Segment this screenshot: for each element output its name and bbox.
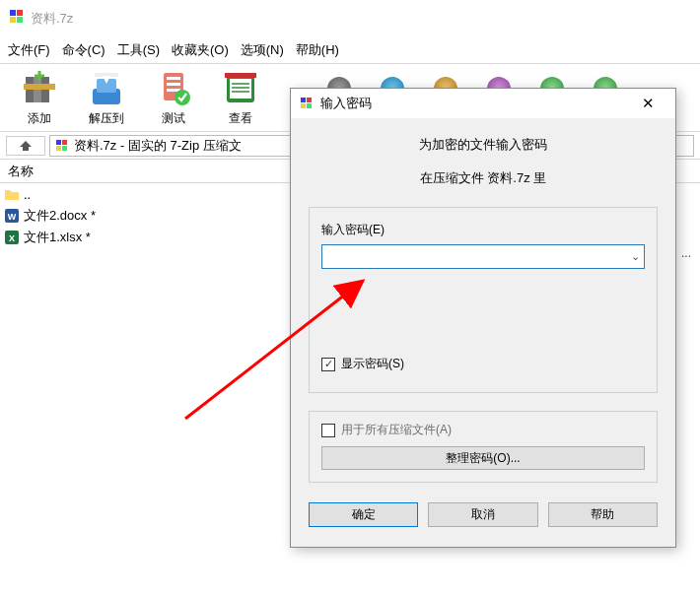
show-password-label: 显示密码(S) bbox=[341, 356, 404, 372]
svg-rect-1 bbox=[17, 10, 23, 16]
svg-rect-33 bbox=[307, 98, 312, 102]
toolbar-view-label: 查看 bbox=[229, 110, 252, 127]
svg-rect-26 bbox=[56, 146, 61, 151]
svg-rect-35 bbox=[307, 103, 312, 108]
password-dialog: 输入密码 ✕ 为加密的文件输入密码 在压缩文件 资料.7z 里 输入密码(E) … bbox=[290, 88, 676, 548]
up-button[interactable] bbox=[6, 136, 45, 156]
help-button[interactable]: 帮助 bbox=[548, 502, 658, 527]
dialog-message-1: 为加密的文件输入密码 bbox=[309, 136, 658, 154]
menu-help[interactable]: 帮助(H) bbox=[296, 41, 339, 59]
manage-passwords-button[interactable]: 整理密码(O)... bbox=[321, 446, 645, 470]
archive-icon bbox=[299, 96, 315, 111]
menu-file[interactable]: 文件(F) bbox=[8, 41, 50, 59]
dialog-close-button[interactable]: ✕ bbox=[628, 90, 667, 117]
show-password-checkbox[interactable]: 显示密码(S) bbox=[321, 356, 645, 372]
toolbar-test-label: 测试 bbox=[162, 110, 185, 127]
toolbar-extract-label: 解压到 bbox=[89, 110, 124, 127]
toolbar-view[interactable]: 查看 bbox=[221, 69, 260, 127]
folder-icon bbox=[4, 186, 20, 202]
list-item-name: 文件1.xlsx * bbox=[24, 229, 91, 246]
menu-options[interactable]: 选项(N) bbox=[241, 41, 284, 59]
list-item-name: 文件2.docx * bbox=[24, 207, 96, 225]
dialog-titlebar: 输入密码 ✕ bbox=[291, 89, 675, 118]
path-text: 资料.7z - 固实的 7-Zip 压缩文 bbox=[74, 137, 242, 155]
add-icon bbox=[20, 69, 59, 108]
cancel-button[interactable]: 取消 bbox=[428, 502, 537, 527]
toolbar-extract[interactable]: 解压到 bbox=[87, 69, 126, 127]
svg-text:W: W bbox=[8, 212, 17, 222]
password-group: 输入密码(E) ⌄ 显示密码(S) bbox=[309, 207, 658, 393]
more-button[interactable]: ... bbox=[677, 246, 695, 264]
svg-rect-25 bbox=[62, 140, 67, 145]
toolbar-add-label: 添加 bbox=[28, 110, 51, 127]
view-icon bbox=[221, 69, 260, 108]
svg-rect-24 bbox=[56, 140, 61, 145]
apply-all-checkbox[interactable]: 用于所有压缩文件(A) bbox=[321, 422, 645, 438]
svg-rect-14 bbox=[167, 77, 180, 80]
svg-rect-2 bbox=[10, 17, 16, 23]
app-icon bbox=[8, 9, 25, 29]
apply-all-group: 用于所有压缩文件(A) 整理密码(O)... bbox=[309, 411, 658, 483]
toolbar-add[interactable]: 添加 bbox=[20, 69, 59, 127]
password-label: 输入密码(E) bbox=[321, 222, 645, 238]
checkbox-icon bbox=[321, 358, 335, 371]
window-titlebar: 资料.7z bbox=[0, 0, 700, 37]
dialog-title: 输入密码 bbox=[320, 95, 628, 112]
dropdown-icon: ⌄ bbox=[631, 250, 640, 263]
up-arrow-icon bbox=[19, 140, 33, 152]
menu-tools[interactable]: 工具(S) bbox=[117, 41, 160, 59]
svg-rect-15 bbox=[167, 83, 180, 86]
close-icon: ✕ bbox=[642, 95, 655, 112]
test-icon bbox=[154, 69, 193, 108]
svg-rect-32 bbox=[301, 98, 306, 102]
svg-rect-3 bbox=[17, 17, 23, 23]
xlsx-icon: X bbox=[4, 230, 20, 245]
menu-favorites[interactable]: 收藏夹(O) bbox=[172, 41, 229, 59]
svg-rect-7 bbox=[24, 84, 55, 90]
extract-icon bbox=[87, 69, 126, 108]
ok-button[interactable]: 确定 bbox=[309, 502, 418, 527]
window-title: 资料.7z bbox=[31, 10, 73, 28]
svg-rect-19 bbox=[230, 79, 251, 99]
toolbar-test[interactable]: 测试 bbox=[154, 69, 193, 127]
checkbox-icon bbox=[321, 424, 335, 437]
svg-text:X: X bbox=[9, 233, 15, 243]
svg-rect-23 bbox=[225, 73, 256, 78]
svg-rect-34 bbox=[301, 103, 306, 108]
menu-bar: 文件(F) 命令(C) 工具(S) 收藏夹(O) 选项(N) 帮助(H) bbox=[0, 37, 700, 63]
svg-rect-0 bbox=[10, 10, 16, 16]
docx-icon: W bbox=[4, 208, 20, 224]
apply-all-label: 用于所有压缩文件(A) bbox=[341, 422, 452, 438]
list-item-name: .. bbox=[24, 187, 31, 202]
password-input[interactable]: ⌄ bbox=[321, 244, 645, 269]
menu-command[interactable]: 命令(C) bbox=[62, 41, 105, 59]
archive-icon bbox=[54, 138, 70, 154]
dialog-message-2: 在压缩文件 资料.7z 里 bbox=[309, 169, 658, 187]
svg-rect-27 bbox=[62, 146, 67, 151]
